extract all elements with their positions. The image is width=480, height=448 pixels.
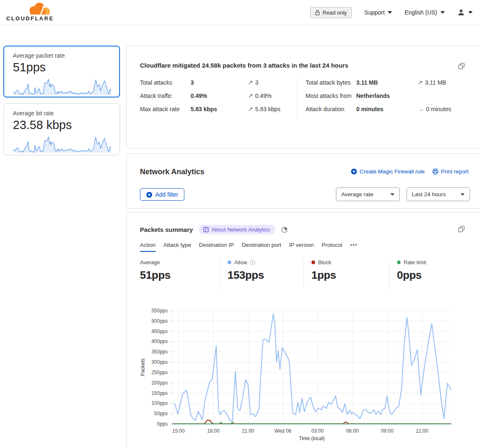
svg-text:550pps: 550pps (152, 308, 168, 314)
svg-text:300pps: 300pps (152, 359, 168, 365)
tab-destination-port[interactable]: Destination port (242, 242, 281, 252)
stat-average: Average51pps (140, 259, 220, 289)
row-label: Total attacks (140, 78, 190, 88)
time-range-dropdown[interactable]: Last 24 hours (407, 187, 470, 201)
time-history-icon[interactable] (281, 226, 288, 233)
chevron-down-icon (388, 11, 392, 14)
svg-text:100pps: 100pps (152, 400, 168, 406)
row-delta (418, 91, 420, 101)
svg-text:250pps: 250pps (152, 370, 168, 375)
row-delta: ↗3 (248, 78, 258, 88)
support-menu[interactable]: Support (364, 9, 392, 16)
svg-text:0pps: 0pps (157, 421, 168, 427)
trend-up-icon: ↗ (248, 79, 253, 86)
summary-row: Total attack bytes 3.11 MB ↗3.11 MB (306, 78, 475, 88)
summary-row: Total attacks 3 ↗3 (140, 78, 297, 88)
svg-text:Packets: Packets (140, 358, 146, 376)
more-tabs-button[interactable]: ••• (350, 242, 357, 252)
row-delta: ↗0.49% (248, 91, 272, 101)
metric-label: Average packet rate (13, 52, 110, 59)
stat-label: Average (140, 259, 160, 265)
metric-rate-dropdown[interactable]: Average rate (336, 187, 400, 201)
add-filter-button[interactable]: Add filter (140, 188, 184, 201)
about-network-analytics-badge[interactable]: About Network Analytics (199, 225, 275, 234)
support-label: Support (364, 9, 384, 16)
metric-card-bit-rate[interactable]: Average bit rate 23.58 kbps (3, 103, 120, 155)
trend-up-icon: ↗ (248, 92, 253, 99)
info-icon[interactable] (250, 260, 255, 265)
stat-allow: Allow153pps (220, 259, 304, 289)
packet-rate-sparkline (13, 77, 111, 96)
metric-card-packet-rate[interactable]: Average packet rate 51pps (3, 46, 120, 97)
row-label: Total attack bytes (306, 78, 355, 88)
expand-panel-button[interactable] (458, 226, 466, 234)
series-rate-limit (173, 422, 451, 424)
tab-action[interactable]: Action (140, 242, 156, 252)
packets-summary-title: Packets summary (140, 226, 193, 233)
series-allow (174, 314, 451, 421)
top-header: CLOUDFLARE Read only Support English (US… (0, 0, 480, 25)
series-color-dot (311, 261, 315, 264)
book-icon (203, 227, 209, 232)
cloudflare-logo[interactable]: CLOUDFLARE (6, 2, 56, 22)
network-analytics-panel: Network Analytics Create Magic Firewall … (126, 153, 480, 209)
row-value: 0 minutes (355, 104, 418, 114)
stat-value: 153pps (228, 269, 296, 282)
stat-rate-limit: Rate limit0pps (389, 259, 476, 289)
row-value: Netherlands (355, 91, 418, 101)
chevron-down-icon (460, 193, 465, 196)
summary-title: Cloudflare mitigated 24.58k packets from… (140, 62, 348, 69)
arrow-right-icon: → (418, 105, 424, 112)
tab-ip-version[interactable]: IP version (289, 242, 314, 252)
tab-attack-type[interactable]: Attack type (164, 242, 191, 252)
svg-text:12:00: 12:00 (416, 428, 428, 434)
create-magic-firewall-rule-link[interactable]: Create Magic Firewall rule (351, 168, 425, 175)
user-icon (457, 9, 465, 16)
row-delta: →0 minutes (418, 104, 451, 114)
trend-up-icon: ↗ (248, 105, 253, 112)
svg-text:09:00: 09:00 (381, 428, 393, 434)
tab-protocol[interactable]: Protocol (322, 242, 343, 252)
account-menu[interactable] (457, 9, 473, 16)
language-label: English (US) (404, 9, 437, 16)
svg-text:350pps: 350pps (152, 349, 168, 355)
metric-label: Average bit rate (13, 110, 110, 117)
stat-value: 51pps (140, 269, 212, 282)
row-delta: ↗3.11 MB (418, 78, 446, 88)
svg-text:450pps: 450pps (152, 329, 168, 334)
svg-text:150pps: 150pps (152, 390, 168, 396)
series-color-dot (228, 261, 231, 264)
trend-up-icon: ↗ (418, 79, 423, 86)
row-value: 0.49% (190, 91, 248, 101)
print-report-link[interactable]: Print report (432, 168, 469, 175)
row-label: Attack duration (306, 104, 355, 114)
tab-destination-ip[interactable]: Destination IP (199, 242, 234, 252)
row-label: Max attack rate (140, 104, 190, 114)
row-label: Most attacks from (306, 91, 355, 101)
stat-block: Block1pps (304, 259, 389, 289)
dimension-tabs: ActionAttack typeDestination IPDestinati… (140, 242, 357, 252)
row-delta: ↗5.83 kbps (248, 104, 280, 114)
svg-text:Wed 06: Wed 06 (274, 428, 291, 434)
expand-panel-button[interactable] (458, 63, 466, 71)
read-only-label: Read only (323, 10, 347, 16)
expand-icon (458, 63, 465, 70)
svg-text:21:00: 21:00 (242, 428, 254, 434)
stat-label: Allow (234, 259, 247, 265)
metric-value: 51pps (13, 61, 110, 74)
summary-row: Most attacks from Netherlands (306, 91, 475, 101)
summary-row: Attack duration 0 minutes →0 minutes (306, 104, 475, 114)
stat-value: 0pps (397, 269, 469, 282)
svg-text:Time (local): Time (local) (299, 436, 325, 441)
row-value: 3.11 MB (355, 78, 418, 88)
page-title: Network Analytics (140, 168, 204, 176)
language-menu[interactable]: English (US) (404, 9, 445, 16)
row-label: Attack traffic (140, 91, 190, 101)
row-value: 3 (190, 78, 248, 88)
lock-icon (315, 10, 320, 15)
bit-rate-sparkline (13, 134, 111, 153)
svg-text:18:00: 18:00 (207, 428, 220, 434)
expand-icon (458, 226, 465, 233)
stat-value: 1pps (311, 269, 382, 282)
chevron-down-icon (441, 11, 445, 14)
